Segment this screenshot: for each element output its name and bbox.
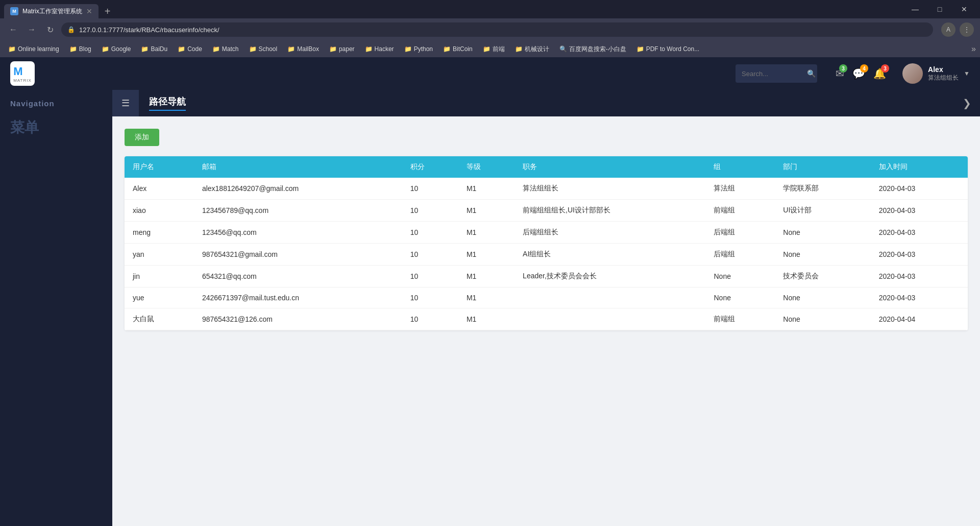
- url-bar[interactable]: 🔒 127.0.0.1:7777/stark/RBAC/rbacuserinfo…: [61, 22, 933, 37]
- bookmark-pdf[interactable]: 📁 PDF to Word Con...: [632, 43, 703, 55]
- bookmark-code[interactable]: 📁 Code: [174, 43, 206, 55]
- bookmarks-more-button[interactable]: »: [971, 44, 976, 54]
- settings-icon[interactable]: ⋮: [960, 22, 974, 37]
- table-cell: 2020-04-03: [871, 200, 968, 222]
- minimize-button[interactable]: —: [903, 2, 927, 16]
- table-row[interactable]: 大白鼠987654321@126.com10M1前端组None2020-04-0…: [125, 308, 968, 330]
- table-row[interactable]: jin654321@qq.com10M1Leader,技术委员会会长None技术…: [125, 266, 968, 288]
- bookmark-school[interactable]: 📁 School: [245, 43, 282, 55]
- bookmark-label: 前端: [493, 45, 505, 54]
- table-cell: 大白鼠: [125, 308, 194, 330]
- app-header: M MATRIX 🔍 ✉ 3 💬 4: [0, 57, 980, 90]
- address-bar: ← → ↻ 🔒 127.0.0.1:7777/stark/RBAC/rbacus…: [0, 18, 980, 41]
- col-username: 用户名: [125, 156, 194, 178]
- bookmark-mechanical[interactable]: 📁 机械设计: [511, 43, 553, 55]
- tab-close-button[interactable]: ✕: [86, 7, 92, 15]
- bookmark-mailbox[interactable]: 📁 MailBox: [283, 43, 323, 55]
- bookmark-bitcoin[interactable]: 📁 BitCoin: [439, 43, 477, 55]
- bookmark-folder-icon: 📁: [287, 45, 295, 53]
- user-chevron-icon: ▼: [964, 70, 970, 77]
- bookmark-label: BaiDu: [151, 45, 167, 53]
- breadcrumb-area: 路径导航: [139, 95, 196, 111]
- header-search: 🔍: [736, 64, 817, 83]
- close-button[interactable]: ✕: [952, 2, 976, 16]
- bookmark-blog[interactable]: 📁 Blog: [65, 43, 95, 55]
- table-row[interactable]: Alexalex18812649207@gmail.com10M1算法组组长算法…: [125, 178, 968, 200]
- bell-icon-wrap[interactable]: 🔔 3: [873, 67, 886, 80]
- tab-title: Matrix工作室管理系统: [22, 7, 82, 16]
- bookmark-folder-icon: 📁: [365, 45, 373, 53]
- search-box[interactable]: 🔍: [736, 64, 817, 83]
- table-cell: 2020-04-03: [871, 288, 968, 308]
- bookmark-google[interactable]: 📁 Google: [97, 43, 135, 55]
- table-cell: 10: [402, 222, 458, 244]
- logo-letter: M: [13, 65, 32, 78]
- bookmark-label: Hacker: [375, 45, 394, 53]
- table-row[interactable]: yue2426671397@mail.tust.edu.cn10M1NoneNo…: [125, 288, 968, 308]
- bookmark-baidu[interactable]: 📁 BaiDu: [137, 43, 172, 55]
- bookmark-frontend[interactable]: 📁 前端: [479, 43, 509, 55]
- bookmark-label: 机械设计: [525, 45, 549, 54]
- refresh-button[interactable]: ↻: [43, 22, 57, 37]
- forward-button[interactable]: →: [24, 22, 39, 37]
- bookmark-label: PDF to Word Con...: [646, 45, 699, 53]
- bookmark-paper[interactable]: 📁 paper: [325, 43, 359, 55]
- address-right-icons: A ⋮: [941, 22, 974, 37]
- table-cell: 10: [402, 178, 458, 200]
- bookmark-folder-icon: 📁: [212, 45, 220, 53]
- active-tab[interactable]: M Matrix工作室管理系统 ✕: [4, 4, 99, 18]
- table-cell: 算法组: [705, 178, 775, 200]
- table-cell: 987654321@126.com: [194, 308, 402, 330]
- avatar-image: [902, 63, 923, 84]
- table-cell: 学院联系部: [775, 178, 870, 200]
- message-icon-wrap[interactable]: ✉ 3: [836, 67, 844, 80]
- bookmark-online-learning[interactable]: 📁 Online learning: [4, 43, 63, 55]
- table-cell: 后端组: [705, 222, 775, 244]
- bookmark-baidu-pan[interactable]: 🔍 百度网盘搜索-小白盘: [555, 43, 630, 55]
- search-input[interactable]: [742, 70, 803, 78]
- table-row[interactable]: yan987654321@gmail.com10M1AI组组长后端组None20…: [125, 244, 968, 266]
- bookmark-folder-icon: 📁: [102, 45, 109, 53]
- table-cell: 算法组组长: [514, 178, 705, 200]
- bookmark-label: Online learning: [18, 45, 59, 53]
- content-area: ☰ 路径导航 ❯ 添加: [112, 90, 980, 526]
- col-title: 职务: [514, 156, 705, 178]
- table-cell: M1: [458, 288, 514, 308]
- back-button[interactable]: ←: [6, 22, 20, 37]
- bookmark-label: MailBox: [297, 45, 319, 53]
- bookmark-folder-icon: 📁: [69, 45, 77, 53]
- content-body: 添加 用户名 邮箱 积分 等级 职务 组: [112, 116, 980, 526]
- table-cell: yan: [125, 244, 194, 266]
- hamburger-button[interactable]: ☰: [112, 90, 139, 116]
- table-row[interactable]: xiao123456789@qq.com10M1前端组组组长,UI设计部部长前端…: [125, 200, 968, 222]
- new-tab-button[interactable]: +: [101, 4, 115, 18]
- main-layout: Navigation 菜单 ☰ 路径导航 ❯: [0, 90, 980, 526]
- bookmark-match[interactable]: 📁 Match: [208, 43, 243, 55]
- table-cell: M1: [458, 200, 514, 222]
- table-cell: 前端组: [705, 308, 775, 330]
- col-group: 组: [705, 156, 775, 178]
- bookmark-hacker[interactable]: 📁 Hacker: [361, 43, 398, 55]
- user-name: Alex: [928, 65, 959, 74]
- profile-icon[interactable]: A: [941, 22, 955, 37]
- maximize-button[interactable]: □: [928, 2, 951, 16]
- table-cell: alex18812649207@gmail.com: [194, 178, 402, 200]
- table-row[interactable]: meng123456@qq.com10M1后端组组长后端组None2020-04…: [125, 222, 968, 244]
- table-cell: M1: [458, 178, 514, 200]
- bookmark-folder-icon: 📁: [178, 45, 185, 53]
- chat-icon-wrap[interactable]: 💬 4: [852, 67, 865, 80]
- table-cell: UI设计部: [775, 200, 870, 222]
- table-cell: 后端组组长: [514, 222, 705, 244]
- search-icon[interactable]: 🔍: [807, 69, 816, 78]
- table-cell: 前端组: [705, 200, 775, 222]
- col-level: 等级: [458, 156, 514, 178]
- table-cell: 2020-04-04: [871, 308, 968, 330]
- bookmark-python[interactable]: 📁 Python: [400, 43, 437, 55]
- bookmark-folder-icon: 📁: [515, 45, 523, 53]
- bell-badge: 3: [881, 64, 889, 73]
- add-button[interactable]: 添加: [125, 129, 159, 146]
- collapse-sidebar-button[interactable]: ❯: [958, 94, 976, 112]
- user-area[interactable]: Alex 算法组组长 ▼: [902, 63, 970, 84]
- bookmark-folder-icon: 📁: [443, 45, 451, 53]
- col-join-date: 加入时间: [871, 156, 968, 178]
